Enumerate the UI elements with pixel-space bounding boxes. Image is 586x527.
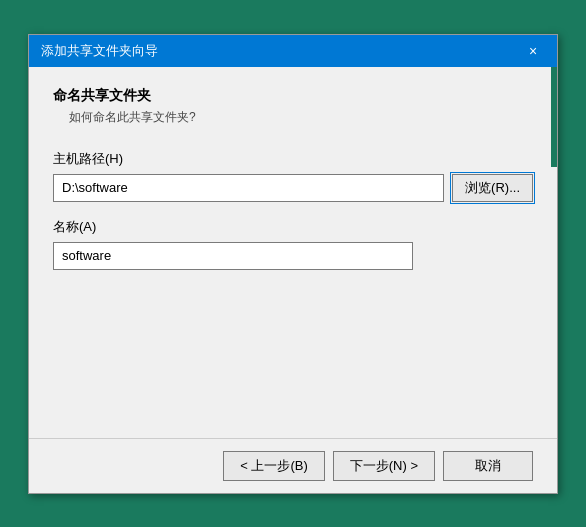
title-bar: 添加共享文件夹向导 × xyxy=(29,35,557,67)
host-path-input[interactable] xyxy=(53,174,444,202)
prev-button[interactable]: < 上一步(B) xyxy=(223,451,325,481)
host-path-row: 浏览(R)... xyxy=(53,174,533,202)
header-title: 命名共享文件夹 xyxy=(53,87,533,105)
right-accent xyxy=(551,67,557,167)
dialog-footer: < 上一步(B) 下一步(N) > 取消 xyxy=(29,438,557,493)
dialog-window: 添加共享文件夹向导 × 命名共享文件夹 如何命名此共享文件夹? 主机路径(H) … xyxy=(28,34,558,494)
name-label: 名称(A) xyxy=(53,218,533,236)
browse-button[interactable]: 浏览(R)... xyxy=(452,174,533,202)
host-path-group: 主机路径(H) 浏览(R)... xyxy=(53,150,533,202)
cancel-button[interactable]: 取消 xyxy=(443,451,533,481)
close-button[interactable]: × xyxy=(521,39,545,63)
name-group: 名称(A) xyxy=(53,218,533,270)
header-section: 命名共享文件夹 如何命名此共享文件夹? xyxy=(53,87,533,126)
spacer xyxy=(53,286,533,418)
next-button[interactable]: 下一步(N) > xyxy=(333,451,435,481)
dialog-body: 命名共享文件夹 如何命名此共享文件夹? 主机路径(H) 浏览(R)... 名称(… xyxy=(29,67,557,438)
name-input[interactable] xyxy=(53,242,413,270)
header-subtitle: 如何命名此共享文件夹? xyxy=(69,109,533,126)
dialog-title: 添加共享文件夹向导 xyxy=(41,42,158,60)
host-path-label: 主机路径(H) xyxy=(53,150,533,168)
name-row xyxy=(53,242,533,270)
